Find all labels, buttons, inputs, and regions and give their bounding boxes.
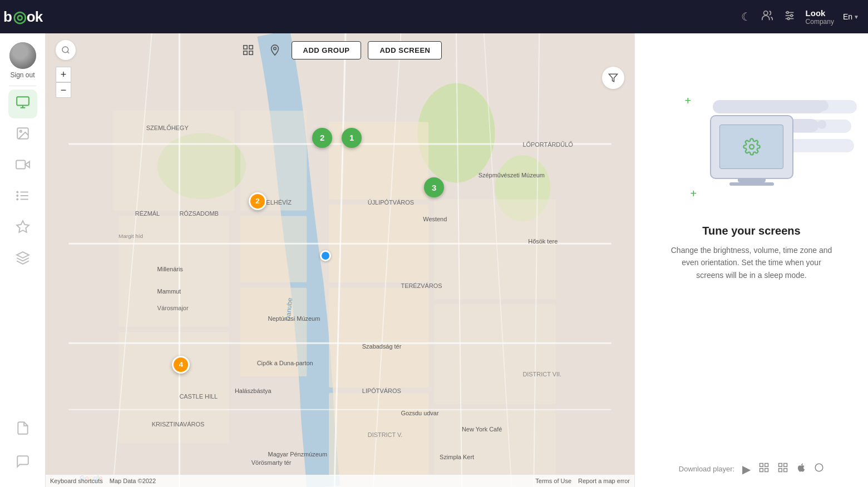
- svg-rect-91: [760, 469, 763, 472]
- illus-dot-1: [817, 100, 828, 111]
- illus-dot-2: [817, 120, 826, 129]
- users-icon[interactable]: [761, 9, 773, 24]
- star-icon: [16, 220, 30, 237]
- svg-rect-30: [240, 216, 307, 282]
- svg-text:Margit híd: Margit híd: [119, 233, 143, 239]
- monitor-stand-base: [729, 182, 774, 186]
- svg-text:FELHÉVÍZ: FELHÉVÍZ: [263, 199, 292, 206]
- zoom-out-button[interactable]: −: [56, 82, 71, 98]
- svg-rect-96: [784, 469, 787, 472]
- svg-point-17: [17, 191, 18, 192]
- monitor-illustration: [710, 115, 793, 186]
- search-button[interactable]: [56, 40, 76, 60]
- svg-text:RÉZMÁL: RÉZMÁL: [135, 210, 160, 217]
- svg-rect-7: [17, 97, 29, 105]
- topnav: b◎ok ☾ Look Company En ▼: [0, 0, 868, 33]
- illus-plus-1: +: [685, 95, 692, 107]
- screen-icon: [16, 95, 30, 113]
- grid-view-button[interactable]: [238, 40, 258, 60]
- svg-rect-94: [784, 464, 787, 467]
- svg-text:SZEMLŐHEGY: SZEMLŐHEGY: [146, 124, 189, 131]
- right-panel-title: Tune your screens: [702, 225, 800, 237]
- sign-out-button[interactable]: Sign out: [10, 71, 34, 79]
- amazon-icon[interactable]: [758, 462, 770, 476]
- add-screen-button[interactable]: ADD SCREEN: [368, 41, 442, 59]
- moon-icon[interactable]: ☾: [741, 10, 751, 23]
- svg-rect-84: [243, 51, 246, 54]
- marker-3[interactable]: 3: [424, 177, 444, 197]
- monitor-stand-neck: [738, 179, 766, 182]
- sidebar: Sign out: [0, 33, 46, 487]
- add-group-button[interactable]: ADD GROUP: [292, 41, 362, 59]
- report-error[interactable]: Report a map error: [578, 478, 630, 484]
- svg-rect-89: [760, 464, 763, 467]
- sidebar-item-video[interactable]: [8, 152, 37, 181]
- svg-point-88: [749, 145, 754, 149]
- svg-text:Hősök tere: Hősök tere: [528, 238, 558, 245]
- zoom-in-button[interactable]: +: [56, 67, 71, 82]
- svg-text:Halászbástya: Halászbástya: [235, 387, 272, 394]
- settings-sliders-icon[interactable]: [783, 9, 796, 24]
- svg-point-5: [790, 14, 792, 17]
- play-store-icon[interactable]: ▶: [742, 463, 751, 476]
- svg-text:Szépművészeti Múzeum: Szépművészeti Múzeum: [479, 172, 545, 178]
- language-selector[interactable]: En ▼: [843, 12, 859, 21]
- svg-rect-82: [243, 46, 246, 49]
- avatar[interactable]: [9, 42, 36, 69]
- filter-button[interactable]: [602, 67, 624, 89]
- svg-line-81: [67, 52, 69, 53]
- main-content: SZEMLŐHEGY RÉZMÁL RÓZSADOMB FELHÉVÍZ ÚJL…: [46, 33, 868, 487]
- sidebar-bottom: [8, 414, 37, 478]
- sidebar-item-screens[interactable]: [8, 90, 37, 118]
- svg-text:Cipők a Duna-parton: Cipők a Duna-parton: [257, 360, 313, 366]
- sidebar-item-documents[interactable]: [8, 415, 37, 444]
- svg-point-24: [417, 83, 495, 183]
- sidebar-item-media[interactable]: [8, 121, 37, 150]
- marker-2b[interactable]: 2: [249, 192, 267, 210]
- sidebar-item-featured[interactable]: [8, 214, 37, 243]
- map-toolbar-center: ADD GROUP ADD SCREEN: [238, 40, 442, 60]
- sidebar-item-layers[interactable]: [8, 245, 37, 274]
- map-view-button[interactable]: [265, 40, 285, 60]
- windows-icon[interactable]: [777, 462, 788, 476]
- sidebar-item-playlists[interactable]: [8, 183, 37, 212]
- svg-text:RÓZSADOMB: RÓZSADOMB: [179, 210, 219, 217]
- marker-4[interactable]: 4: [172, 356, 190, 374]
- marker-2[interactable]: 2: [312, 128, 332, 148]
- sidebar-item-messages[interactable]: [8, 448, 37, 477]
- svg-point-86: [273, 47, 276, 50]
- gear-icon: [743, 138, 761, 156]
- svg-text:New York Café: New York Café: [462, 426, 502, 433]
- user-name: Look: [806, 8, 826, 18]
- svg-text:TERÉZVÁROS: TERÉZVÁROS: [401, 282, 442, 289]
- apple-icon[interactable]: [796, 462, 806, 476]
- linux-icon[interactable]: [814, 462, 824, 476]
- svg-rect-93: [779, 464, 782, 467]
- svg-point-0: [763, 11, 767, 14]
- terms-of-use[interactable]: Terms of Use: [535, 478, 571, 484]
- svg-text:CASTLE HILL: CASTLE HILL: [179, 393, 218, 400]
- svg-rect-13: [16, 160, 25, 168]
- monitor-body: [710, 115, 793, 179]
- svg-text:Gozsdu udvar: Gozsdu udvar: [401, 410, 438, 416]
- map-container[interactable]: SZEMLŐHEGY RÉZMÁL RÓZSADOMB FELHÉVÍZ ÚJL…: [46, 33, 634, 487]
- svg-text:Millenáris: Millenáris: [157, 266, 184, 272]
- svg-point-80: [62, 47, 68, 53]
- topnav-icons: ☾: [741, 9, 796, 24]
- logo: b◎ok: [0, 0, 46, 33]
- svg-text:DISTRICT VII.: DISTRICT VII.: [522, 371, 561, 377]
- svg-marker-21: [17, 252, 29, 258]
- download-row: Download player: ▶: [635, 462, 868, 476]
- marker-blue[interactable]: [320, 250, 331, 261]
- map-zoom: + −: [56, 67, 71, 98]
- user-info: Look Company: [806, 8, 834, 26]
- svg-point-4: [786, 11, 788, 13]
- illus-rect-1: [713, 100, 824, 113]
- svg-text:Westend: Westend: [423, 216, 447, 222]
- svg-text:Vörösmarty tér: Vörösmarty tér: [251, 459, 292, 466]
- keyboard-shortcuts[interactable]: Keyboard shortcuts: [50, 478, 103, 484]
- svg-text:Szabadság tér: Szabadság tér: [362, 343, 402, 350]
- marker-1[interactable]: 1: [342, 128, 362, 148]
- right-panel-description: Change the brightness, volume, time zone…: [668, 244, 835, 281]
- svg-text:Mammut: Mammut: [157, 288, 181, 295]
